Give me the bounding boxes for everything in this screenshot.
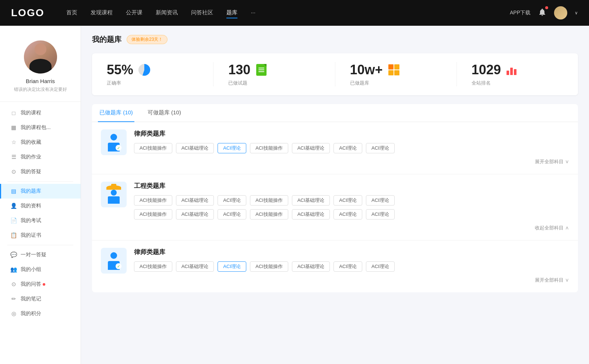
stat-done-questions-row: 130 — [228, 62, 268, 78]
profile-icon: 👤 — [10, 203, 17, 209]
expand-link-3[interactable]: 展开全部科目 ∨ — [134, 275, 569, 285]
sidebar-item-course-package[interactable]: ▦ 我的课程包... — [0, 120, 81, 135]
sidebar-item-my-course[interactable]: □ 我的课程 — [0, 106, 81, 120]
bank-card-3-tags: ACI技能操作 ACI基础理论 ACI理论 ACI技能操作 ACI基础理论 AC… — [134, 261, 569, 272]
sidebar-bio: 错误的决定比没有决定要好 — [14, 86, 67, 93]
nav-news[interactable]: 新闻资讯 — [156, 8, 178, 18]
sidebar-item-label: 我的课程 — [21, 110, 41, 116]
nav-home[interactable]: 首页 — [66, 8, 77, 18]
nav-menu: 首页 发现课程 公开课 新闻资讯 问答社区 题库 ··· — [66, 8, 510, 18]
tab-done[interactable]: 已做题库 (10) — [98, 104, 134, 122]
sidebar-item-profile[interactable]: 👤 我的资料 — [0, 199, 81, 213]
nav-qa[interactable]: 问答社区 — [191, 8, 213, 18]
notification-badge — [545, 6, 548, 9]
tag-3-5[interactable]: ACI理论 — [334, 261, 362, 272]
sidebar-item-quiz-bank[interactable]: ▤ 我的题库 — [0, 184, 81, 199]
tag-1-5[interactable]: ACI理论 — [334, 143, 362, 153]
sidebar-item-points[interactable]: ◎ 我的积分 — [0, 306, 81, 321]
tag-1-6[interactable]: ACI理论 — [366, 143, 395, 153]
tag-1-0[interactable]: ACI技能操作 — [134, 143, 172, 153]
user-avatar[interactable] — [554, 6, 567, 19]
tag-2-2[interactable]: ACI理论 — [218, 195, 246, 206]
tag-2-4[interactable]: ACI基础理论 — [292, 195, 330, 206]
tag-3-2[interactable]: ACI理论 — [218, 261, 246, 272]
stat-accuracy-row: 55% — [107, 62, 151, 78]
bank-card-1-icon: ✓ — [101, 129, 127, 155]
tag-2-3[interactable]: ACI技能操作 — [250, 195, 288, 206]
sidebar-item-label: 我的课程包... — [21, 124, 51, 131]
sidebar-item-exam[interactable]: 📄 我的考试 — [0, 213, 81, 228]
tag-1-2[interactable]: ACI理论 — [218, 143, 246, 153]
nav-open-course[interactable]: 公开课 — [126, 8, 142, 18]
sidebar-item-group[interactable]: 👥 我的小组 — [0, 262, 81, 277]
sidebar-item-qa[interactable]: ⊙ 我的答疑 — [0, 164, 81, 179]
sidebar-item-one-on-one[interactable]: 💬 一对一答疑 — [0, 247, 81, 262]
tag-2-r2-2[interactable]: ACI理论 — [218, 209, 246, 220]
tag-2-6[interactable]: ACI理论 — [366, 195, 395, 206]
grid-cell-1 — [388, 64, 394, 69]
divider-1 — [7, 181, 73, 182]
bank-card-2-tags-row2: ACI技能操作 ACI基础理论 ACI理论 ACI技能操作 ACI基础理论 AC… — [134, 209, 569, 220]
tab-todo[interactable]: 可做题库 (10) — [146, 104, 183, 122]
tag-3-3[interactable]: ACI技能操作 — [250, 261, 288, 272]
stat-rank-value: 1029 — [472, 62, 501, 78]
doc-line-3 — [258, 71, 264, 72]
stat-done-questions-value: 130 — [228, 62, 250, 78]
bank-card-1-tags: ACI技能操作 ACI基础理论 ACI理论 ACI技能操作 ACI基础理论 AC… — [134, 143, 569, 153]
tag-3-0[interactable]: ACI技能操作 — [134, 261, 172, 272]
sidebar-item-homework[interactable]: ☰ 我的作业 — [0, 150, 81, 164]
sidebar-item-notes[interactable]: ✏ 我的笔记 — [0, 292, 81, 306]
pie-chart — [138, 64, 150, 76]
sidebar-item-my-qa[interactable]: ⊙ 我的问答 — [0, 277, 81, 292]
tag-2-r2-0[interactable]: ACI技能操作 — [134, 209, 172, 220]
bank-card-3-content: 律师类题库 ACI技能操作 ACI基础理论 ACI理论 ACI技能操作 ACI基… — [134, 248, 569, 285]
expand-link-1[interactable]: 展开全部科目 ∨ — [134, 157, 569, 167]
user-menu-chevron[interactable]: ∨ — [575, 10, 578, 15]
bank-cards-container: ✓ 律师类题库 ACI技能操作 ACI基础理论 ACI理论 ACI技能操作 AC… — [92, 122, 578, 292]
certificate-icon: 📋 — [10, 232, 17, 239]
tag-2-r2-3[interactable]: ACI技能操作 — [250, 209, 288, 220]
tag-1-4[interactable]: ACI基础理论 — [292, 143, 330, 153]
navbar: LOGO 首页 发现课程 公开课 新闻资讯 问答社区 题库 ··· APP下载 … — [0, 0, 589, 26]
tag-3-1[interactable]: ACI基础理论 — [176, 261, 214, 272]
hardhat-body — [108, 196, 120, 204]
bell-icon — [538, 8, 547, 17]
stat-done-banks-value: 10w+ — [350, 62, 383, 78]
bank-card-2-tags-row1: ACI技能操作 ACI基础理论 ACI理论 ACI技能操作 ACI基础理论 AC… — [134, 195, 569, 206]
nav-more[interactable]: ··· — [251, 8, 255, 18]
tag-3-6[interactable]: ACI理论 — [366, 261, 395, 272]
sidebar: Brian Harris 错误的决定比没有决定要好 □ 我的课程 ▦ 我的课程包… — [0, 26, 81, 364]
hardhat-icon — [105, 185, 123, 204]
divider-2 — [7, 245, 73, 245]
nav-discover[interactable]: 发现课程 — [91, 8, 113, 18]
tag-2-r2-5[interactable]: ACI理论 — [334, 209, 362, 220]
tab-row: 已做题库 (10) 可做题库 (10) — [92, 104, 578, 122]
bank-card-1-title: 律师类题库 — [134, 129, 569, 138]
one-on-one-icon: 💬 — [10, 251, 17, 258]
tag-2-r2-1[interactable]: ACI基础理论 — [176, 209, 214, 220]
sidebar-item-certificate[interactable]: 📋 我的证书 — [0, 228, 81, 243]
collapse-link-2[interactable]: 收起全部科目 ∧ — [134, 223, 569, 233]
sidebar-item-label: 我的答疑 — [21, 168, 41, 175]
sidebar-profile: Brian Harris 错误的决定比没有决定要好 — [0, 33, 81, 102]
tag-3-4[interactable]: ACI基础理论 — [292, 261, 330, 272]
nav-quiz[interactable]: 题库 — [226, 8, 237, 18]
tag-2-r2-4[interactable]: ACI基础理论 — [292, 209, 330, 220]
tag-1-1[interactable]: ACI基础理论 — [176, 143, 214, 153]
grid-chart-icon — [387, 63, 401, 76]
tag-2-1[interactable]: ACI基础理论 — [176, 195, 214, 206]
notification-bell[interactable] — [538, 8, 547, 18]
app-download-link[interactable]: APP下载 — [510, 10, 530, 16]
stat-rank: 1029 全站排名 — [457, 62, 578, 86]
tag-2-r2-6[interactable]: ACI理论 — [366, 209, 395, 220]
tag-1-3[interactable]: ACI技能操作 — [250, 143, 288, 153]
sidebar-item-label: 我的笔记 — [21, 296, 41, 302]
grid-cell-4 — [394, 70, 399, 75]
tag-2-0[interactable]: ACI技能操作 — [134, 195, 172, 206]
tag-2-5[interactable]: ACI理论 — [334, 195, 362, 206]
bank-card-3: ✓ 律师类题库 ACI技能操作 ACI基础理论 ACI理论 ACI技能操作 AC… — [92, 240, 578, 292]
hardhat-head — [111, 190, 117, 196]
sidebar-item-label: 我的题库 — [21, 188, 41, 195]
sidebar-item-favorites[interactable]: ☆ 我的收藏 — [0, 135, 81, 150]
bank-card-3-title: 律师类题库 — [134, 248, 569, 256]
